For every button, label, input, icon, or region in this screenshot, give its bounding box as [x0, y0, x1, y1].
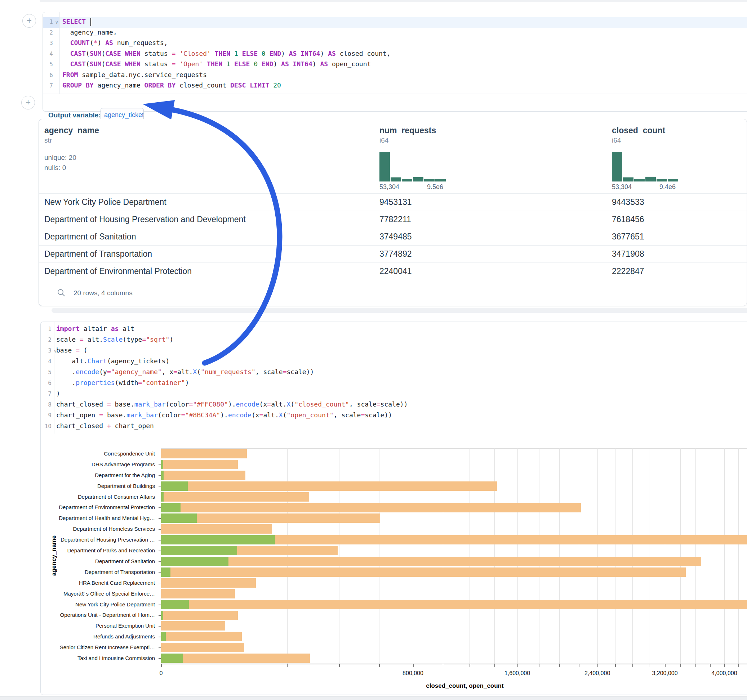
- column-header-num_requests[interactable]: num_requests: [380, 126, 436, 136]
- token-pln: status: [141, 60, 172, 68]
- code-line[interactable]: 4 alt.Chart(agency_tickets): [41, 357, 747, 368]
- token-pln: alt.: [83, 336, 103, 343]
- token-pln: agency_name: [94, 81, 145, 89]
- code-line[interactable]: 2scale = alt.Scale(type="sqrt"): [41, 335, 747, 346]
- histogram-min-label: 53,304: [380, 183, 399, 191]
- code-line-text: agency_name,: [62, 29, 117, 36]
- code-line[interactable]: 7): [41, 389, 747, 400]
- x-axis-tick-label: 800,000: [384, 670, 442, 677]
- x-axis-tick: [696, 664, 696, 667]
- code-line-text: CAST(SUM(CASE WHEN status = 'Closed' THE…: [62, 50, 391, 57]
- column-stat: unique: 20: [44, 154, 76, 162]
- token-kw: AS: [289, 50, 297, 57]
- y-axis-tick: [159, 529, 161, 530]
- token-pln: [238, 50, 242, 57]
- column-header-closed_count[interactable]: closed_count: [612, 126, 665, 136]
- token-pln: [121, 60, 125, 68]
- line-number: 5: [41, 369, 51, 376]
- code-line[interactable]: 1∨SELECT: [43, 17, 747, 28]
- code-line[interactable]: 5 CAST(SUM(CASE WHEN status = 'Open' THE…: [43, 60, 747, 71]
- token-pln: (color: [165, 400, 189, 408]
- x-axis-tick: [287, 664, 288, 667]
- token-pln: scale)): [365, 411, 392, 419]
- token-str: "sqrt": [146, 336, 169, 343]
- token-pln: open_count: [328, 60, 371, 68]
- code-line[interactable]: 4 CAST(SUM(CASE WHEN status = 'Closed' T…: [43, 49, 747, 60]
- line-fold-caret-icon[interactable]: ∨: [55, 20, 58, 25]
- table-row[interactable]: Department of Housing Preservation and D…: [39, 211, 747, 228]
- code-line[interactable]: 3 COUNT(*) AS num_requests,: [43, 39, 747, 49]
- code-line[interactable]: 8chart_closed = base.mark_bar(color="#FF…: [41, 400, 747, 411]
- token-pln: agency_name,: [62, 29, 117, 36]
- table-row[interactable]: New York City Police Department945313194…: [39, 193, 747, 211]
- x-axis-tick: [379, 664, 380, 667]
- x-axis-tick-label: 2,400,000: [569, 670, 626, 677]
- token-pln: [269, 81, 273, 89]
- code-line[interactable]: 9chart_open = base.mark_bar(color="#8BC3…: [41, 411, 747, 422]
- token-op: =: [107, 400, 111, 408]
- y-axis-tick: [159, 454, 161, 454]
- token-op: =: [172, 60, 176, 68]
- token-pln: base: [56, 346, 76, 354]
- x-axis-tick: [443, 664, 444, 667]
- code-line-text: FROM sample_data.nyc.service_requests: [62, 71, 207, 78]
- token-pln: ): [281, 50, 289, 57]
- closed-count-bar: [161, 600, 747, 609]
- closed-count-bar: [161, 481, 497, 491]
- closed-count-bar: [161, 471, 245, 480]
- token-pln: (: [283, 411, 287, 419]
- token-kw: SUM: [90, 50, 101, 57]
- x-axis-tick: [665, 664, 665, 667]
- token-pln: base.: [111, 400, 135, 408]
- token-fn: encode: [228, 411, 251, 419]
- token-pln: (x: [259, 400, 268, 408]
- sql-cell[interactable]: 1∨SELECT 2 agency_name,3 COUNT(*) AS num…: [42, 12, 747, 112]
- closed-count-bar: [161, 578, 256, 588]
- token-kw: GROUP BY: [62, 81, 94, 89]
- token-pln: status: [141, 50, 172, 57]
- code-line[interactable]: 10chart_closed + chart_open: [41, 422, 747, 433]
- open-count-bar: [161, 471, 163, 480]
- token-pln: (: [101, 50, 105, 57]
- token-fn: X: [287, 400, 291, 408]
- cell-agency_name: Department of Environmental Protection: [44, 262, 192, 280]
- column-header-agency_name[interactable]: agency_name: [44, 126, 99, 136]
- code-line-text: ): [56, 389, 60, 397]
- table-row[interactable]: Department of Transportation377489234719…: [39, 245, 747, 263]
- y-axis-tick: [159, 475, 161, 476]
- x-axis-tick: [680, 664, 681, 667]
- table-row[interactable]: Department of Environmental Protection22…: [39, 262, 747, 280]
- sql-code-editor[interactable]: 1∨SELECT 2 agency_name,3 COUNT(*) AS num…: [43, 12, 747, 94]
- token-kw: COUNT: [70, 39, 90, 47]
- code-line[interactable]: 6 .properties(width="container"): [41, 379, 747, 389]
- plot-area: [161, 448, 747, 664]
- token-pln: (: [197, 368, 201, 376]
- add-cell-button-top[interactable]: +: [22, 14, 36, 28]
- python-code-editor[interactable]: 1import altair as alt2scale = alt.Scale(…: [41, 322, 747, 433]
- token-kw: CAST: [70, 60, 86, 68]
- token-pln: [62, 50, 70, 57]
- code-line-text: alt.Chart(agency_tickets): [56, 357, 169, 365]
- token-kw: WHEN: [125, 60, 140, 68]
- code-line[interactable]: 2 agency_name,: [43, 28, 747, 39]
- code-line[interactable]: 1import altair as alt: [41, 324, 747, 335]
- closed-count-bar: [161, 653, 310, 663]
- token-pln: [230, 60, 234, 68]
- search-icon[interactable]: [57, 288, 66, 297]
- y-axis-tick: [159, 507, 161, 508]
- token-pln: [296, 50, 301, 57]
- x-axis-tick: [597, 664, 598, 667]
- y-axis-tick: [159, 551, 161, 551]
- table-row[interactable]: Department of Sanitation37494853677651: [39, 228, 747, 246]
- code-line[interactable]: 3∨base = (: [41, 346, 747, 357]
- token-pln: , x: [162, 368, 174, 376]
- code-line[interactable]: 5 .encode(y="agency_name", x=alt.X("num_…: [41, 368, 747, 379]
- token-pln: altair: [80, 325, 111, 332]
- token-kw: import: [56, 325, 80, 332]
- table-body: New York City Police Department945313194…: [39, 193, 747, 280]
- y-axis-tick: [159, 626, 161, 626]
- token-pln: [175, 60, 180, 68]
- code-line[interactable]: 7GROUP BY agency_name ORDER BY closed_co…: [43, 81, 747, 92]
- add-cell-button-middle[interactable]: +: [21, 96, 35, 109]
- code-line[interactable]: 6FROM sample_data.nyc.service_requests: [43, 71, 747, 81]
